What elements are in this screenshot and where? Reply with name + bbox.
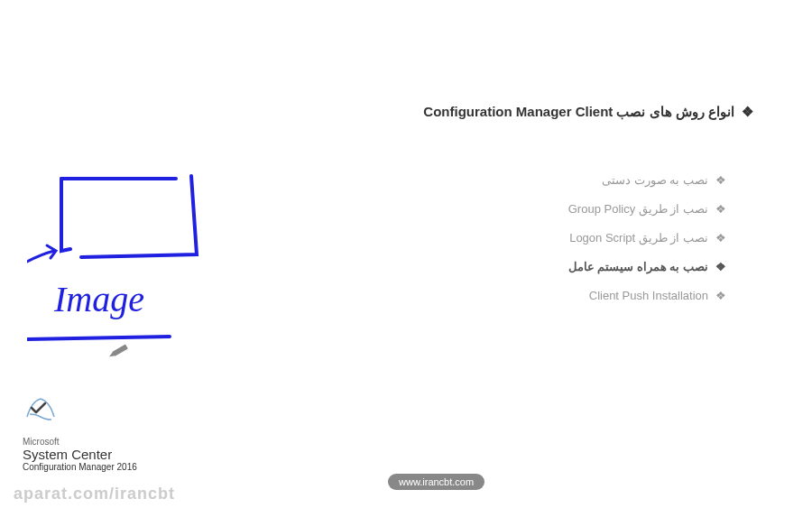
handwritten-text: Image [53,279,144,319]
list-item: نصب به صورت دستی [568,173,726,187]
installation-methods-list: نصب به صورت دستی نصب از طریق Group Polic… [568,173,726,318]
list-item: Client Push Installation [568,289,726,302]
url-badge: www.irancbt.com [388,474,484,490]
svg-rect-0 [113,345,127,356]
brand-system-center: System Center [23,447,137,462]
branding-block: Microsoft System Center Configuration Ma… [23,394,137,472]
handwriting-drawing: Image [27,171,253,370]
brand-microsoft: Microsoft [23,437,137,447]
list-item-highlighted: نصب به همراه سیستم عامل [568,260,726,273]
system-center-logo-icon [23,394,59,426]
watermark: aparat.com/irancbt [14,485,175,503]
page-title: انواع روش های نصب Configuration Manager … [423,104,753,120]
list-item: نصب از طریق Group Policy [568,202,726,216]
brand-product-name: Configuration Manager 2016 [23,462,137,472]
list-item: نصب از طریق Logon Script [568,231,726,245]
